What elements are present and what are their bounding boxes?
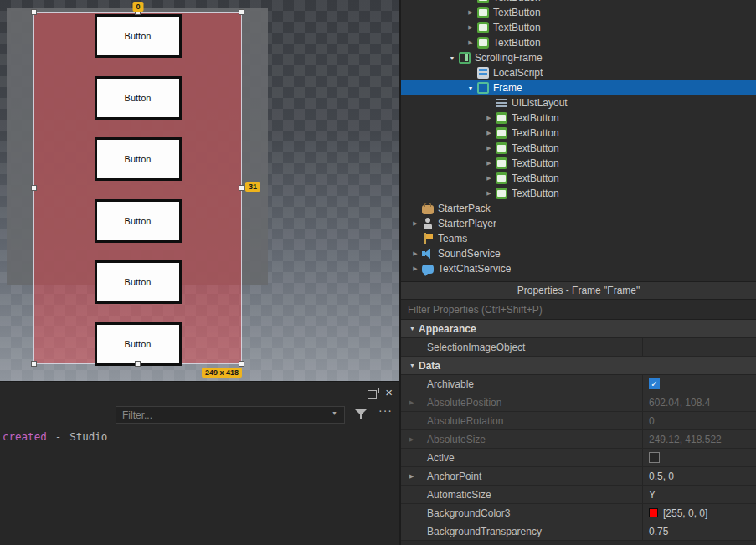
expand-arrow-icon[interactable] xyxy=(465,24,476,31)
ui-textbutton[interactable]: Button xyxy=(95,322,182,366)
property-value-AutomaticSize[interactable]: Y xyxy=(642,486,756,503)
tree-item-soundservice[interactable]: SoundService xyxy=(401,246,756,261)
tree-item-textbutton[interactable]: TextButton xyxy=(401,171,756,186)
section-header-data[interactable]: Data xyxy=(401,357,756,375)
tree-item-label: TextButton xyxy=(493,0,541,3)
properties-filter-input[interactable] xyxy=(401,300,756,320)
resize-handle-bottom-left[interactable] xyxy=(31,361,37,367)
expand-arrow-icon[interactable] xyxy=(409,473,427,480)
close-icon[interactable]: × xyxy=(385,386,393,399)
ui-textbutton[interactable]: Button xyxy=(95,137,182,181)
property-name-cell: SelectionImageObject xyxy=(401,338,642,356)
tree-item-label: TextButton xyxy=(512,157,559,169)
property-value-AnchorPoint[interactable]: 0.5, 0 xyxy=(642,467,756,485)
resize-handle-bottom-right[interactable] xyxy=(239,361,244,367)
tree-item-textchatservice[interactable]: TextChatService xyxy=(401,261,756,276)
expand-arrow-icon[interactable] xyxy=(409,399,427,406)
collapse-arrow-icon[interactable] xyxy=(465,85,476,91)
selected-frame[interactable]: ButtonButtonButtonButtonButtonButton xyxy=(33,12,242,364)
expand-arrow-icon[interactable] xyxy=(483,145,495,152)
property-value-Active[interactable] xyxy=(642,449,756,466)
resize-handle-mid-left[interactable] xyxy=(31,185,37,191)
section-header-appearance[interactable]: Appearance xyxy=(401,320,756,338)
tree-item-textbutton[interactable]: TextButton xyxy=(401,111,756,126)
property-row-AbsolutePosition[interactable]: AbsolutePosition602.04, 108.4 xyxy=(401,393,756,412)
tree-item-label: TextButton xyxy=(512,188,559,199)
game-viewport[interactable]: ButtonButtonButtonButtonButtonButton 0 3… xyxy=(0,0,399,381)
tree-item-uilistlayout[interactable]: UIListLayout xyxy=(401,95,756,111)
property-value-BackgroundColor3[interactable]: [255, 0, 0] xyxy=(642,504,756,522)
tree-item-textbutton[interactable]: TextButton xyxy=(401,5,756,20)
expand-arrow-icon[interactable] xyxy=(409,265,421,272)
expand-arrow-icon[interactable] xyxy=(465,39,476,46)
more-options-icon[interactable]: ··· xyxy=(378,404,393,417)
output-panel: × ▼ ··· created-Studio xyxy=(0,381,399,545)
resize-handle-mid-right[interactable] xyxy=(239,185,244,191)
expand-arrow-icon[interactable] xyxy=(465,9,476,16)
tree-item-starterpack[interactable]: StarterPack xyxy=(401,201,756,216)
expand-arrow-icon[interactable] xyxy=(483,160,495,167)
property-row-BackgroundColor3[interactable]: BackgroundColor3[255, 0, 0] xyxy=(401,504,756,522)
textbutton-icon xyxy=(477,37,489,49)
tree-item-starterplayer[interactable]: StarterPlayer xyxy=(401,216,756,231)
property-row-SelectionImageObject[interactable]: SelectionImageObject xyxy=(401,338,756,357)
property-row-Archivable[interactable]: Archivable✓ xyxy=(401,375,756,393)
textbutton-icon xyxy=(496,157,507,169)
property-name-cell: AbsoluteRotation xyxy=(401,412,642,429)
tree-item-textbutton[interactable]: TextButton xyxy=(401,35,756,50)
expand-arrow-icon[interactable] xyxy=(483,175,495,182)
resize-handle-bottom-center[interactable] xyxy=(135,361,141,367)
checkbox-unchecked[interactable] xyxy=(649,452,660,463)
textbutton-icon xyxy=(496,112,507,124)
tree-item-textbutton[interactable]: TextButton xyxy=(401,141,756,156)
property-value-AbsoluteRotation[interactable]: 0 xyxy=(642,412,756,429)
property-row-AnchorPoint[interactable]: AnchorPoint0.5, 0 xyxy=(401,467,756,486)
section-label: Data xyxy=(419,360,440,372)
ui-textbutton[interactable]: Button xyxy=(95,260,182,304)
filter-funnel-icon[interactable] xyxy=(355,408,367,420)
property-value-AbsolutePosition[interactable]: 602.04, 108.4 xyxy=(642,393,756,411)
tree-item-label: SoundService xyxy=(438,248,501,260)
property-value-SelectionImageObject[interactable] xyxy=(642,338,756,356)
properties-header: Properties - Frame "Frame" xyxy=(401,281,756,300)
property-value-Archivable[interactable]: ✓ xyxy=(642,375,756,393)
dropdown-caret-icon[interactable]: ▼ xyxy=(332,410,337,416)
tree-item-frame[interactable]: Frame xyxy=(401,80,756,95)
property-row-AbsoluteRotation[interactable]: AbsoluteRotation0 xyxy=(401,412,756,430)
tree-item-textbutton[interactable]: TextButton xyxy=(401,186,756,201)
expand-arrow-icon[interactable] xyxy=(483,130,495,136)
tree-item-label: TextButton xyxy=(493,22,541,33)
textbutton-icon xyxy=(477,0,489,3)
ui-textbutton[interactable]: Button xyxy=(95,199,182,243)
expand-arrow-icon[interactable] xyxy=(409,250,421,257)
property-row-AbsoluteSize[interactable]: AbsoluteSize249.12, 418.522 xyxy=(401,430,756,449)
expand-arrow-icon[interactable] xyxy=(483,190,495,197)
resize-handle-top-left[interactable] xyxy=(31,9,37,15)
tree-item-textbutton[interactable]: TextButton xyxy=(401,126,756,141)
tree-item-teams[interactable]: Teams xyxy=(401,231,756,246)
ui-textbutton[interactable]: Button xyxy=(95,76,182,120)
resize-handle-top-right[interactable] xyxy=(239,9,244,15)
tree-item-textbutton[interactable]: TextButton xyxy=(401,156,756,171)
expand-arrow-icon[interactable] xyxy=(483,115,495,121)
ui-textbutton[interactable]: Button xyxy=(95,14,182,58)
property-row-Active[interactable]: Active xyxy=(401,449,756,467)
property-row-AutomaticSize[interactable]: AutomaticSizeY xyxy=(401,486,756,504)
property-value-AbsoluteSize[interactable]: 249.12, 418.522 xyxy=(642,430,756,448)
property-value-BackgroundTransparency[interactable]: 0.75 xyxy=(642,522,756,540)
property-row-BackgroundTransparency[interactable]: BackgroundTransparency0.75 xyxy=(401,522,756,541)
tree-item-textbutton[interactable]: TextButton xyxy=(401,20,756,35)
expand-arrow-icon[interactable] xyxy=(465,0,476,1)
tree-item-scrollingframe[interactable]: ScrollingFrame xyxy=(401,50,756,65)
property-label: Archivable xyxy=(427,378,474,390)
tree-item-label: TextButton xyxy=(493,37,541,49)
expand-arrow-icon[interactable] xyxy=(409,220,421,227)
expand-arrow-icon[interactable] xyxy=(409,436,427,443)
tree-item-localscript[interactable]: LocalScript xyxy=(401,65,756,80)
output-filter-input[interactable] xyxy=(116,406,345,424)
checkbox-checked[interactable]: ✓ xyxy=(649,378,660,389)
textbutton-icon xyxy=(477,22,489,33)
undock-icon[interactable] xyxy=(368,390,377,399)
explorer-panel: TextButtonTextButtonTextButtonTextButton… xyxy=(401,0,756,281)
collapse-arrow-icon[interactable] xyxy=(446,55,458,61)
